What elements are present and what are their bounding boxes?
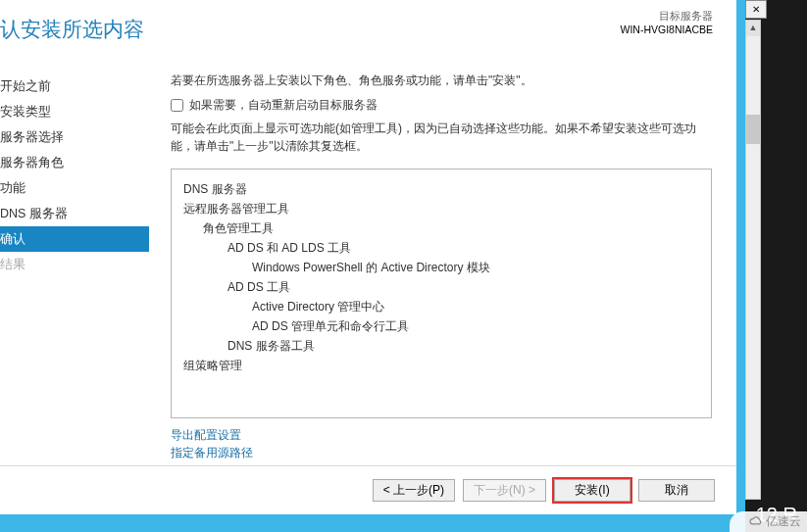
scroll-up-icon[interactable]: ▲	[746, 21, 760, 36]
cancel-button[interactable]: 取消	[638, 479, 715, 502]
next-button: 下一步(N) >	[463, 479, 546, 502]
tree-item: 远程服务器管理工具	[183, 199, 699, 218]
tree-item: AD DS 和 AD LDS 工具	[227, 238, 699, 258]
wizard-sidebar: 开始之前 安装类型 服务器选择 服务器角色 功能 DNS 服务器 确认 结果	[0, 54, 149, 465]
intro-text: 若要在所选服务器上安装以下角色、角色服务或功能，请单击"安装"。	[171, 72, 712, 89]
action-links: 导出配置设置 指定备用源路径	[171, 426, 712, 461]
tree-item: DNS 服务器工具	[227, 336, 699, 356]
sidebar-item-install-type[interactable]: 安装类型	[0, 99, 149, 124]
auto-restart-label: 如果需要，自动重新启动目标服务器	[189, 97, 378, 114]
watermark: 亿速云	[730, 511, 807, 532]
install-button[interactable]: 安装(I)	[554, 479, 630, 502]
sidebar-item-before-begin[interactable]: 开始之前	[0, 73, 149, 99]
sidebar-item-server-selection[interactable]: 服务器选择	[0, 124, 149, 150]
wizard-dialog: 认安装所选内容 目标服务器 WIN-HVGI8NIACBE 开始之前 安装类型 …	[0, 0, 736, 514]
scroll-thumb[interactable]	[746, 115, 760, 144]
previous-button[interactable]: < 上一步(P)	[373, 479, 455, 502]
auto-restart-row[interactable]: 如果需要，自动重新启动目标服务器	[171, 97, 712, 114]
close-icon[interactable]: ✕	[745, 0, 767, 19]
tree-item: 组策略管理	[183, 356, 699, 375]
watermark-text: 亿速云	[766, 514, 801, 528]
cloud-icon	[749, 514, 763, 528]
sidebar-item-dns-server[interactable]: DNS 服务器	[0, 201, 149, 226]
export-settings-link[interactable]: 导出配置设置	[171, 426, 712, 444]
sidebar-item-results: 结果	[0, 252, 149, 277]
sidebar-item-confirmation[interactable]: 确认	[0, 226, 149, 252]
optional-note: 可能会在此页面上显示可选功能(如管理工具)，因为已自动选择这些功能。如果不希望安…	[171, 120, 712, 155]
page-title: 认安装所选内容	[0, 16, 144, 43]
wizard-footer: < 上一步(P) 下一步(N) > 安装(I) 取消	[0, 465, 736, 514]
target-server-block: 目标服务器 WIN-HVGI8NIACBE	[620, 10, 713, 35]
tree-item: Active Directory 管理中心	[252, 297, 699, 316]
tree-item: Windows PowerShell 的 Active Directory 模块	[252, 258, 699, 277]
selection-tree: DNS 服务器 远程服务器管理工具 角色管理工具 AD DS 和 AD LDS …	[171, 169, 712, 418]
auto-restart-checkbox[interactable]	[171, 99, 183, 112]
alternate-source-link[interactable]: 指定备用源路径	[171, 444, 712, 461]
dialog-header: 认安装所选内容 目标服务器 WIN-HVGI8NIACBE	[0, 0, 736, 54]
sidebar-item-features[interactable]: 功能	[0, 175, 149, 201]
tree-item: DNS 服务器	[183, 179, 699, 199]
background-scrollbar[interactable]: ▲	[745, 20, 761, 500]
tree-item: AD DS 工具	[227, 277, 699, 297]
target-server-label: 目标服务器	[620, 10, 713, 24]
tree-item: AD DS 管理单元和命令行工具	[252, 316, 699, 336]
sidebar-item-server-roles[interactable]: 服务器角色	[0, 150, 149, 175]
tree-item: 角色管理工具	[203, 218, 699, 238]
main-content: 若要在所选服务器上安装以下角色、角色服务或功能，请单击"安装"。 如果需要，自动…	[149, 54, 736, 465]
target-server-name: WIN-HVGI8NIACBE	[620, 24, 713, 35]
